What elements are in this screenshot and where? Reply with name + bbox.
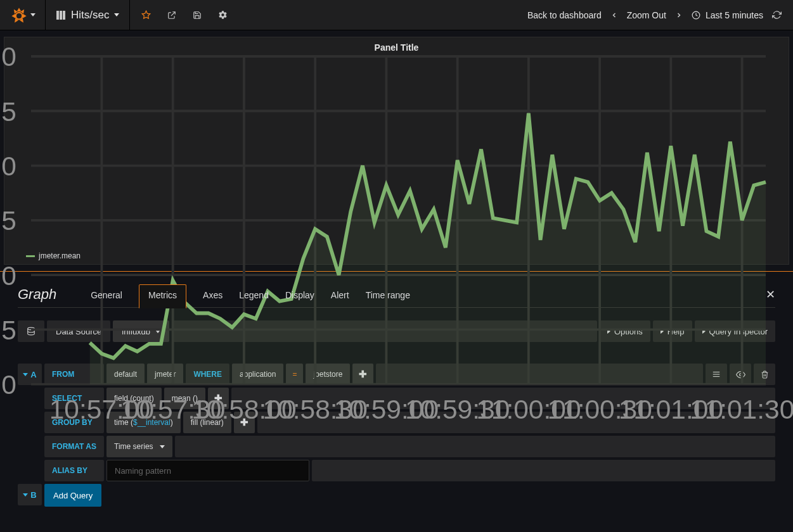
dashboard-title: Hits/sec	[71, 9, 109, 22]
time-forward-button[interactable]	[675, 11, 683, 19]
caret-down-icon	[23, 373, 28, 376]
editor-section-label: Graph	[18, 286, 56, 308]
grafana-logo[interactable]	[0, 0, 46, 30]
query-row-b-toggle[interactable]: B	[18, 484, 42, 505]
dashboard-picker[interactable]: Hits/sec	[46, 0, 130, 30]
gear-icon[interactable]	[218, 10, 228, 20]
star-icon[interactable]	[141, 10, 151, 20]
legend-swatch	[26, 255, 35, 257]
format-as-keyword: FORMAT AS	[44, 436, 104, 457]
refresh-button[interactable]	[772, 10, 782, 20]
alias-by-keyword: ALIAS BY	[44, 460, 104, 481]
graph-panel: Panel Title 1.01.52.02.53.03.54.010:57:0…	[4, 37, 789, 265]
svg-text:4.0: 4.0	[0, 42, 16, 72]
logo-menu-caret-icon	[30, 13, 35, 16]
svg-text:11:01:30: 11:01:30	[690, 395, 793, 424]
tab-axes[interactable]: Axes	[203, 285, 222, 308]
svg-point-0	[15, 12, 22, 18]
dashboard-icon	[56, 10, 66, 20]
chart-plot[interactable]: 1.01.52.02.53.03.54.010:57:0010:57:3010:…	[31, 56, 766, 424]
save-icon[interactable]	[193, 11, 202, 20]
dropdown-caret-icon	[160, 445, 165, 448]
close-editor-button[interactable]: ✕	[766, 288, 775, 308]
svg-text:1.5: 1.5	[0, 315, 16, 345]
tab-time-range[interactable]: Time range	[366, 285, 410, 308]
tab-metrics[interactable]: Metrics	[139, 284, 186, 308]
tab-general[interactable]: General	[91, 285, 122, 308]
clock-icon	[692, 11, 700, 20]
time-back-button[interactable]	[610, 11, 618, 19]
tab-legend[interactable]: Legend	[239, 285, 269, 308]
svg-text:2.0: 2.0	[0, 261, 16, 291]
grafana-icon	[10, 6, 28, 24]
format-as-picker[interactable]: Time series	[106, 436, 172, 457]
dashboard-caret-icon	[114, 13, 119, 16]
time-picker[interactable]: Last 5 minutes	[692, 10, 763, 20]
svg-text:3.5: 3.5	[0, 97, 16, 127]
back-to-dashboard-link[interactable]: Back to dashboard	[527, 10, 602, 20]
svg-text:3.0: 3.0	[0, 151, 16, 181]
tab-display[interactable]: Display	[285, 285, 314, 308]
panel-title: Panel Title	[4, 37, 789, 53]
svg-rect-3	[63, 11, 65, 20]
share-icon[interactable]	[167, 11, 176, 20]
zoom-out-button[interactable]: Zoom Out	[627, 10, 666, 20]
add-query-button[interactable]: Add Query	[44, 484, 101, 507]
svg-marker-4	[143, 11, 151, 18]
caret-down-icon	[23, 493, 28, 497]
svg-text:2.5: 2.5	[0, 206, 16, 236]
svg-rect-2	[60, 11, 62, 20]
alias-input[interactable]	[106, 460, 309, 481]
legend-item[interactable]: jmeter.mean	[26, 251, 81, 260]
svg-rect-1	[56, 11, 59, 20]
tab-alert[interactable]: Alert	[331, 285, 349, 308]
legend-label: jmeter.mean	[39, 251, 81, 260]
svg-text:1.0: 1.0	[0, 370, 16, 400]
